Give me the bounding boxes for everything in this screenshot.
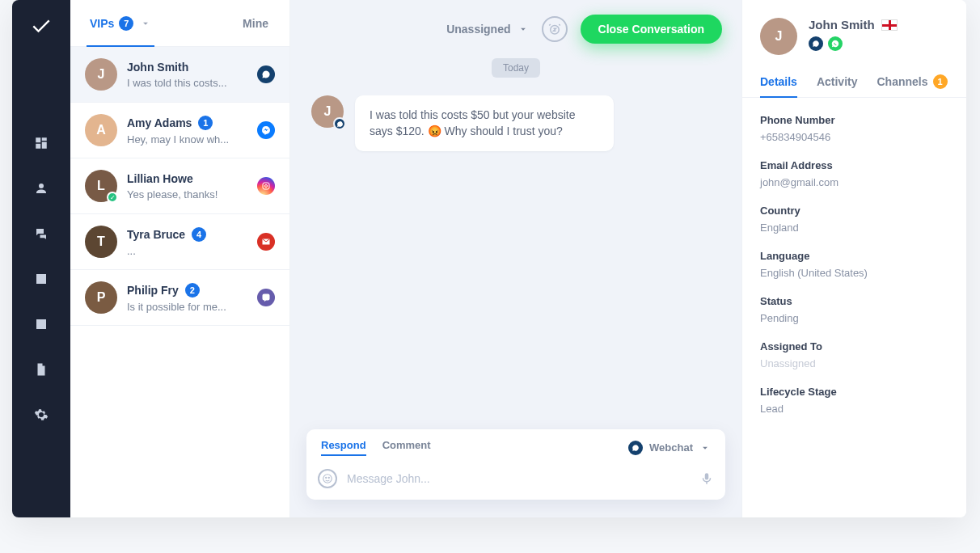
tab-vips-label: VIPs: [90, 17, 114, 30]
unread-badge: 4: [192, 227, 206, 242]
close-conversation-button[interactable]: Close Conversation: [581, 15, 722, 44]
svg-rect-0: [263, 183, 269, 189]
avatar: L ✓: [85, 170, 117, 202]
field-language: Language English (United States): [760, 242, 948, 287]
avatar: J: [85, 58, 117, 91]
settings-icon[interactable]: [32, 406, 50, 424]
unread-badge: 1: [198, 116, 213, 130]
message-bubble: I was told this costs $50 but your websi…: [355, 95, 614, 151]
webchat-icon: [333, 117, 346, 130]
tab-vips[interactable]: VIPs 7: [87, 0, 154, 46]
tasks-icon[interactable]: [32, 270, 50, 288]
field-email: Email Address john@gmail.com: [760, 151, 948, 196]
conv-list-tabs: VIPs 7 Mine: [70, 0, 289, 47]
nav-rail: [12, 0, 70, 517]
composer-channel-label: Webchat: [649, 441, 693, 454]
composer-channel-select[interactable]: Webchat: [628, 441, 711, 455]
conversation-pane: Unassigned Close Conversation Today J I …: [290, 0, 741, 517]
field-lifecycle: Lifecycle Stage Lead: [760, 378, 948, 423]
avatar: T: [85, 226, 117, 258]
reports-icon[interactable]: [32, 315, 50, 333]
field-assigned: Assigned To Unassigned: [760, 332, 948, 378]
avatar: A: [85, 114, 117, 146]
message-avatar: J: [311, 95, 344, 128]
tab-channels[interactable]: Channels 1: [877, 66, 948, 97]
emoji-button[interactable]: [318, 469, 337, 488]
composer-tabs: Respond Comment Webchat: [306, 429, 725, 462]
channels-count-badge: 1: [933, 74, 948, 89]
chevron-down-icon: [699, 442, 711, 454]
contacts-icon[interactable]: [32, 179, 50, 197]
conv-item[interactable]: L ✓ Lillian Howe Yes please, thanks!: [70, 158, 289, 214]
snooze-button[interactable]: [542, 16, 568, 42]
unread-badge: 2: [185, 283, 200, 298]
messenger-icon: [257, 121, 275, 139]
conv-name: Philip Fry 2: [127, 283, 247, 298]
composer-tab-respond[interactable]: Respond: [321, 439, 366, 456]
svg-point-1: [265, 185, 268, 188]
conversation-list: VIPs 7 Mine J John Smith I was told this…: [70, 0, 290, 517]
tab-mine[interactable]: Mine: [243, 17, 273, 30]
conv-item[interactable]: P Philip Fry 2 Is it possible for me...: [70, 270, 289, 326]
dashboard-icon[interactable]: [32, 134, 50, 152]
contact-header: J John Smith: [742, 0, 966, 61]
svg-point-5: [328, 477, 329, 478]
conv-items: J John Smith I was told this costs... A …: [70, 47, 289, 326]
composer-tab-comment[interactable]: Comment: [382, 439, 431, 456]
tab-activity[interactable]: Activity: [817, 66, 858, 97]
assigned-dropdown[interactable]: Unassigned: [446, 23, 528, 36]
tab-mine-label: Mine: [243, 17, 268, 30]
viber-icon: [257, 289, 275, 306]
tab-vips-count: 7: [119, 16, 133, 31]
webchat-icon: [257, 65, 275, 83]
contact-avatar: J: [760, 18, 797, 55]
conv-name: Amy Adams 1: [127, 116, 247, 130]
contact-panel: J John Smith Details Activity: [741, 0, 966, 517]
check-icon: ✓: [107, 192, 118, 203]
avatar: P: [85, 281, 117, 314]
conv-item[interactable]: J John Smith I was told this costs...: [70, 47, 289, 103]
svg-point-3: [323, 475, 332, 483]
field-phone: Phone Number +65834904546: [760, 106, 948, 151]
flag-england-icon: [881, 19, 898, 31]
conv-preview: Hey, may I know wh...: [127, 133, 247, 146]
message-row: J I was told this costs $50 but your web…: [290, 95, 741, 151]
contact-name: John Smith: [809, 18, 875, 32]
field-country: Country England: [760, 196, 948, 242]
conv-name: John Smith: [127, 61, 247, 74]
instagram-icon: [257, 177, 275, 195]
field-status: Status Pending: [760, 287, 948, 332]
contact-fields: Phone Number +65834904546 Email Address …: [742, 98, 966, 431]
webchat-icon: [809, 36, 823, 51]
chevron-down-icon: [517, 23, 529, 35]
mic-button[interactable]: [699, 470, 714, 488]
contact-tabs: Details Activity Channels 1: [742, 61, 966, 98]
date-separator: Today: [492, 58, 540, 78]
composer-input-row: [306, 462, 725, 500]
whatsapp-icon: [828, 36, 843, 51]
chat-icon[interactable]: [32, 225, 50, 243]
conv-preview: I was told this costs...: [127, 77, 247, 89]
gmail-icon: [257, 233, 275, 251]
conv-preview: Yes please, thanks!: [127, 188, 247, 201]
chevron-down-icon[interactable]: [140, 18, 151, 29]
conv-name: Lillian Howe: [127, 172, 247, 185]
conv-preview: Is it possible for me...: [127, 301, 247, 313]
assigned-label: Unassigned: [446, 23, 510, 36]
message-input[interactable]: [347, 472, 690, 485]
svg-point-4: [326, 477, 327, 478]
conv-item[interactable]: T Tyra Bruce 4 ...: [70, 214, 289, 270]
webchat-icon: [628, 441, 643, 455]
composer: Respond Comment Webchat: [306, 429, 725, 500]
files-icon[interactable]: [32, 361, 50, 378]
tab-details[interactable]: Details: [760, 66, 797, 97]
conv-preview: ...: [127, 245, 247, 257]
app-logo: [30, 15, 53, 37]
conv-item[interactable]: A Amy Adams 1 Hey, may I know wh...: [70, 103, 289, 158]
conv-name: Tyra Bruce 4: [127, 227, 247, 242]
conversation-header: Unassigned Close Conversation: [290, 0, 741, 58]
